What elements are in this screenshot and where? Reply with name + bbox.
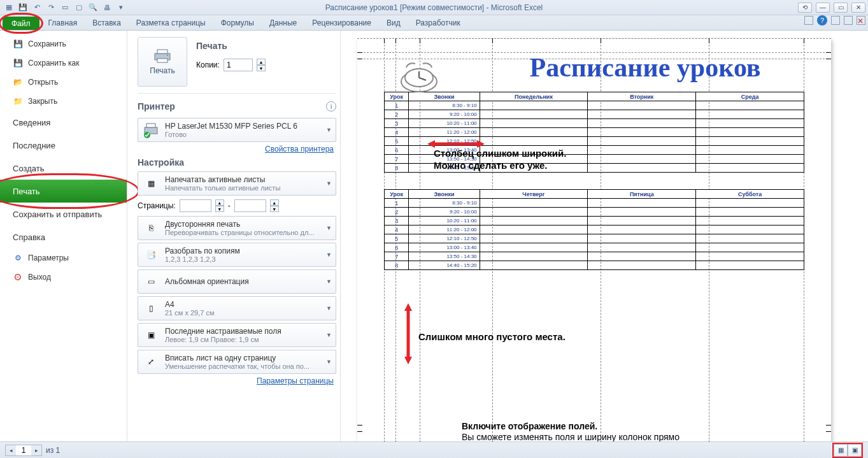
chevron-down-icon: ▼ — [326, 225, 332, 231]
nav-recent[interactable]: Последние — [0, 134, 127, 157]
nav-print[interactable]: Печать — [0, 180, 127, 203]
setting-print-what[interactable]: ▦ Напечатать активные листыНапечатать то… — [138, 171, 336, 196]
tab-home[interactable]: Главная — [41, 15, 85, 30]
tab-formulas[interactable]: Формулы — [213, 15, 262, 30]
setting-scaling[interactable]: ⤢ Вписать лист на одну страницуУменьшени… — [138, 350, 336, 374]
cell-lesson: 3 — [385, 119, 409, 128]
page-setup-link[interactable]: Параметры страницы — [138, 376, 334, 385]
page-spinner[interactable]: ◂▸ — [5, 445, 42, 456]
close-icon: 📁 — [13, 96, 23, 106]
nav-options-label: Параметры — [28, 254, 69, 262]
table-row: 29:20 - 10:00 — [385, 110, 804, 119]
nav-saveas[interactable]: 💾Сохранить как — [0, 54, 127, 73]
close-button[interactable]: ✕ — [851, 3, 865, 13]
tab-developer[interactable]: Разработчик — [408, 15, 468, 30]
setting-collate[interactable]: 📑 Разобрать по копиям1,2,3 1,2,3 1,2,3 ▼ — [138, 243, 336, 267]
svg-marker-16 — [404, 357, 412, 364]
new-icon[interactable]: ▢ — [74, 3, 84, 13]
minimize-button[interactable]: — — [816, 3, 830, 13]
pages-to-input[interactable] — [234, 199, 266, 212]
qat-more-icon[interactable]: ▾ — [116, 3, 126, 13]
print-preview-pane: Расписание уроков УрокЗвонкиПонедельникВ… — [341, 31, 868, 458]
preview-title: Расписание уроков — [486, 52, 804, 83]
cell-day — [480, 234, 588, 243]
copies-input[interactable] — [224, 59, 253, 71]
nav-save[interactable]: 💾Сохранить — [0, 34, 127, 54]
th-mon: Понедельник — [480, 92, 588, 101]
pages-to-spinner[interactable]: ▲▼ — [270, 199, 279, 212]
table-row: 411:20 - 12:00 — [385, 225, 804, 234]
redo-icon[interactable]: ↷ — [46, 3, 56, 13]
setting-scaling-title: Вписать лист на одну страницу — [165, 354, 309, 362]
cell-day — [480, 110, 588, 119]
show-margins-button[interactable]: ▦ — [834, 444, 848, 457]
page-of-label: из 1 — [46, 446, 60, 455]
annotation-show-margins-1: Включите отображение полей. — [462, 421, 679, 433]
chevron-down-icon: ▼ — [326, 332, 332, 338]
preview-icon[interactable]: 🔍 — [88, 3, 98, 13]
zoom-page-button[interactable]: ▣ — [848, 444, 862, 457]
pages-from-spinner[interactable]: ▲▼ — [215, 199, 224, 212]
maximize-button[interactable]: ▭ — [834, 3, 848, 13]
nav-new[interactable]: Создать — [0, 157, 127, 180]
annotation-col-wide: Столбец слишком широкий. Можно сделать е… — [434, 148, 566, 172]
print-icon[interactable]: 🖶 — [102, 3, 112, 13]
close-window-icon[interactable]: ✕ — [857, 16, 865, 25]
save-icon: 💾 — [13, 39, 23, 49]
help-icon[interactable]: ? — [817, 15, 827, 25]
setting-papersize[interactable]: ▯ A421 см x 29,7 см ▼ — [138, 296, 336, 320]
tab-file[interactable]: Файл — [3, 17, 39, 30]
nav-info[interactable]: Сведения — [0, 111, 127, 134]
cell-day — [696, 261, 804, 270]
nav-options[interactable]: ⚙Параметры — [0, 248, 127, 268]
th-wed: Среда — [696, 92, 804, 101]
nav-new-label: Создать — [13, 164, 44, 173]
open-icon[interactable]: ▭ — [60, 3, 70, 13]
nav-sendsave-label: Сохранить и отправить — [13, 210, 102, 219]
backstage: 💾Сохранить 💾Сохранить как 📂Открыть 📁Закр… — [0, 31, 868, 458]
cell-lesson: 8 — [385, 164, 409, 173]
cell-time: 13:50 - 14:30 — [409, 252, 480, 261]
cell-day — [696, 146, 804, 155]
pages-label: Страницы: — [138, 201, 176, 210]
cell-day — [588, 243, 696, 252]
nav-close[interactable]: 📁Закрыть — [0, 92, 127, 111]
table-row: 18:30 - 9:10 — [385, 101, 804, 110]
printer-select[interactable]: HP LaserJet M1530 MFP Series PCL 6Готово… — [138, 118, 336, 142]
paper-icon: ▯ — [142, 299, 160, 317]
print-button[interactable]: Печать — [138, 37, 187, 87]
nav-open[interactable]: 📂Открыть — [0, 73, 127, 92]
undo-icon[interactable]: ↶ — [32, 3, 42, 13]
cell-time: 8:30 - 9:10 — [409, 101, 480, 110]
tab-insert[interactable]: Вставка — [85, 15, 129, 30]
save-icon[interactable]: 💾 — [18, 3, 28, 13]
tab-data[interactable]: Данные — [262, 15, 304, 30]
cell-day — [588, 101, 696, 110]
cell-day — [696, 252, 804, 261]
minimize-ribbon-icon[interactable] — [804, 16, 813, 25]
setting-collate-title: Разобрать по копиям — [165, 247, 240, 255]
setting-orientation[interactable]: ▭ Альбомная ориентация ▼ — [138, 269, 336, 294]
setting-margins[interactable]: ▣ Последние настраиваемые поляЛевое: 1,9… — [138, 323, 336, 347]
tab-review[interactable]: Рецензирование — [304, 15, 379, 30]
copies-spinner[interactable]: ▲▼ — [257, 59, 266, 71]
nav-help[interactable]: Справка — [0, 225, 127, 248]
table-row: 613:00 - 13:40 — [385, 243, 804, 252]
table-row: 814:40 - 15:20 — [385, 261, 804, 270]
svg-point-3 — [167, 55, 168, 56]
pages-from-input[interactable] — [180, 199, 211, 212]
info-icon[interactable]: i — [326, 101, 336, 111]
page-current-input[interactable] — [16, 445, 31, 455]
restore-window-icon[interactable] — [831, 16, 840, 25]
undo-help-icon[interactable]: ⟲ — [798, 3, 812, 13]
maximize-window-icon[interactable] — [844, 16, 853, 25]
tab-view[interactable]: Вид — [379, 15, 408, 30]
tab-page-layout[interactable]: Разметка страницы — [129, 15, 213, 30]
nav-sendsave[interactable]: Сохранить и отправить — [0, 203, 127, 225]
red-arrow-vertical-icon — [403, 303, 413, 364]
nav-exit[interactable]: ⮿Выход — [0, 268, 127, 287]
setting-duplex[interactable]: ⎘ Двусторонняя печатьПереворачивать стра… — [138, 216, 336, 240]
th-time2: Звонки — [409, 190, 480, 199]
nav-close-label: Закрыть — [28, 97, 57, 106]
printer-properties-link[interactable]: Свойства принтера — [138, 145, 334, 154]
